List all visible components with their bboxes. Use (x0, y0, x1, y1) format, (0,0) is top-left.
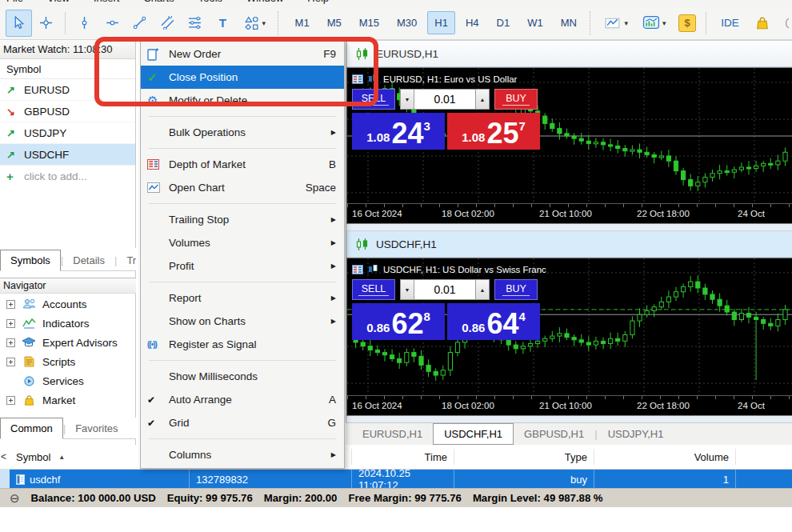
deposit-button[interactable]: $ (674, 10, 701, 37)
market-watch-header: Market Watch: 11:08:30 (0, 40, 135, 59)
buy-button[interactable]: BUY (494, 279, 538, 300)
menu-item-register-as-signal[interactable]: ((•))Register as Signal (141, 333, 344, 356)
column-header-volume[interactable]: Volume (594, 449, 736, 465)
timeframe-mn[interactable]: MN (554, 11, 584, 34)
timeframe-m5[interactable]: M5 (320, 11, 349, 34)
timeframe-w1[interactable]: W1 (520, 11, 550, 34)
menu-item-show-on-charts[interactable]: Show on Charts▶ (141, 310, 344, 333)
timeframe-h1[interactable]: H1 (427, 11, 455, 34)
market-watch-row-gbpusd[interactable]: ↘GBPUSD (0, 101, 135, 122)
timeframe-m15[interactable]: M15 (352, 11, 386, 34)
chart-window-titlebar[interactable]: USDCHF,H1 (346, 230, 792, 258)
volume-decrease-button[interactable]: ▼ (400, 89, 414, 110)
menubar-item-charts[interactable]: Charts (143, 0, 174, 4)
menu-item-auto-arrange[interactable]: ✔Auto ArrangeA (141, 388, 344, 411)
fibonacci-tool-button[interactable] (182, 10, 209, 37)
tab-details[interactable]: Details (63, 250, 114, 270)
market-store-button[interactable] (750, 10, 776, 37)
trades-table: Symbol ▲ Time Type Volume (10, 445, 792, 489)
tab-symbols[interactable]: Symbols (0, 250, 61, 271)
menu-item-depth-of-market[interactable]: Depth of MarketB (141, 153, 344, 176)
menu-item-report[interactable]: Report▶ (141, 286, 344, 310)
navigator-item-market[interactable]: Market (0, 390, 136, 410)
column-header-type[interactable]: Type (454, 449, 594, 465)
symbol-column-header[interactable]: Symbol (0, 59, 135, 79)
navigator-item-scripts[interactable]: Scripts (0, 352, 136, 371)
trade-row[interactable]: usdchf 132789832 2024.10.25 11:07:12 buy… (10, 470, 792, 489)
ide-button[interactable]: IDE (712, 10, 748, 37)
timeframe-h4[interactable]: H4 (458, 11, 486, 34)
menu-item-profit[interactable]: Profit▶ (141, 254, 344, 278)
menubar-item-help[interactable]: Help (307, 0, 329, 4)
navigator-item-accounts[interactable]: Accounts (0, 294, 136, 314)
chart-canvas[interactable]: EURUSD, H1: Euro vs US Dollar SELL ▼ 0.0… (346, 67, 792, 224)
chart-tab-usdchf-h1[interactable]: USDCHF,H1 (433, 423, 514, 445)
column-header-time[interactable]: Time (352, 449, 454, 465)
tree-expander[interactable] (6, 396, 15, 405)
collapse-panel-button[interactable]: < (1, 451, 6, 462)
menubar-item-view[interactable]: View (47, 0, 70, 4)
indicators-button[interactable]: ▾ (636, 10, 673, 37)
sell-price-box[interactable]: 1.08243 (352, 113, 445, 150)
buy-price-box[interactable]: 0.86644 (447, 303, 540, 340)
tree-expander[interactable] (6, 358, 15, 366)
menu-item-trailing-stop[interactable]: Trailing Stop▶ (141, 208, 344, 231)
sell-price-box[interactable]: 0.86628 (352, 303, 445, 340)
tree-expander[interactable] (6, 319, 15, 328)
menu-item-grid[interactable]: ✔GridG (141, 411, 344, 434)
menubar-item-insert[interactable]: Insert (94, 0, 120, 4)
charts-area: EURUSD,H1 EURUSD, H1: Euro vs US Dollar … (346, 40, 792, 445)
buy-price-box[interactable]: 1.08257 (447, 113, 540, 150)
text-tool-button[interactable]: T (210, 10, 236, 37)
menu-item-shortcut: A (329, 394, 336, 406)
tree-expander[interactable] (6, 300, 15, 309)
chart-canvas[interactable]: USDCHF, H1: US Dollar vs Swiss Franc SEL… (346, 258, 792, 416)
menubar-item-window[interactable]: Window (246, 0, 283, 4)
crosshair-tool-button[interactable] (34, 10, 60, 37)
tab-favorites[interactable]: Favorites (66, 418, 127, 438)
buy-button[interactable]: BUY (494, 89, 538, 110)
navigator-item-expert-advisors[interactable]: Expert Advisors (0, 333, 136, 352)
menubar-item-file[interactable]: File (6, 0, 23, 4)
chart-type-button[interactable]: ▾ (599, 10, 634, 37)
menu-item-modify-or-delete[interactable]: ⚙Modify or Delete (141, 89, 344, 112)
depth-of-market-icon (147, 159, 169, 170)
volume-increase-button[interactable]: ▲ (475, 89, 490, 110)
menu-item-bulk-operations[interactable]: Bulk Operations▶ (141, 121, 344, 144)
chart-window-titlebar[interactable]: EURUSD,H1 (346, 40, 792, 67)
chart-tab-usdjpy-h1[interactable]: USDJPY,H1 (598, 424, 674, 444)
tree-expander[interactable] (6, 338, 15, 347)
shapes-tool-button[interactable]: ▾ (238, 10, 273, 37)
volume-increase-button[interactable]: ▲ (475, 279, 490, 300)
timeframe-m30[interactable]: M30 (390, 11, 424, 34)
trendline-tool-button[interactable] (126, 10, 153, 37)
chart-tab-eurusd-h1[interactable]: EURUSD,H1 (352, 424, 433, 444)
timeframe-m1[interactable]: M1 (288, 11, 317, 34)
cursor-tool-button[interactable] (6, 10, 32, 37)
timeframe-d1[interactable]: D1 (490, 11, 518, 34)
market-watch-row-usdjpy[interactable]: ↗USDJPY (0, 122, 135, 144)
volume-decrease-button[interactable]: ▼ (400, 279, 414, 300)
menu-item-volumes[interactable]: Volumes▶ (141, 231, 344, 254)
navigator-item-indicators[interactable]: Indicators (0, 314, 136, 333)
menu-item-close-position[interactable]: ✓Close Position (141, 66, 344, 89)
menu-item-open-chart[interactable]: Open ChartSpace (141, 176, 344, 199)
horizontal-line-tool-button[interactable] (99, 10, 126, 37)
sell-button[interactable]: SELL (352, 89, 395, 110)
menu-item-new-order[interactable]: New OrderF9 (141, 42, 344, 66)
navigator-item-services[interactable]: Services (0, 371, 136, 390)
volume-value[interactable]: 0.01 (414, 89, 475, 110)
chart-tab-gbpusd-h1[interactable]: GBPUSD,H1 (514, 424, 594, 444)
vertical-line-tool-button[interactable] (71, 10, 98, 37)
click-to-add[interactable]: + click to add... (0, 166, 135, 186)
menubar-item-tools[interactable]: Tools (198, 0, 222, 4)
partially-visible-button[interactable] (777, 10, 792, 37)
volume-value[interactable]: 0.01 (414, 279, 475, 300)
sell-button[interactable]: SELL (352, 279, 395, 300)
menu-item-show-milliseconds[interactable]: Show Milliseconds (141, 365, 344, 388)
market-watch-row-usdchf[interactable]: ↗USDCHF (0, 144, 135, 166)
tab-common[interactable]: Common (0, 418, 63, 439)
channel-tool-button[interactable] (154, 10, 181, 37)
market-watch-row-eurusd[interactable]: ↗EURUSD (0, 79, 135, 101)
menu-item-columns[interactable]: Columns▶ (141, 443, 344, 466)
